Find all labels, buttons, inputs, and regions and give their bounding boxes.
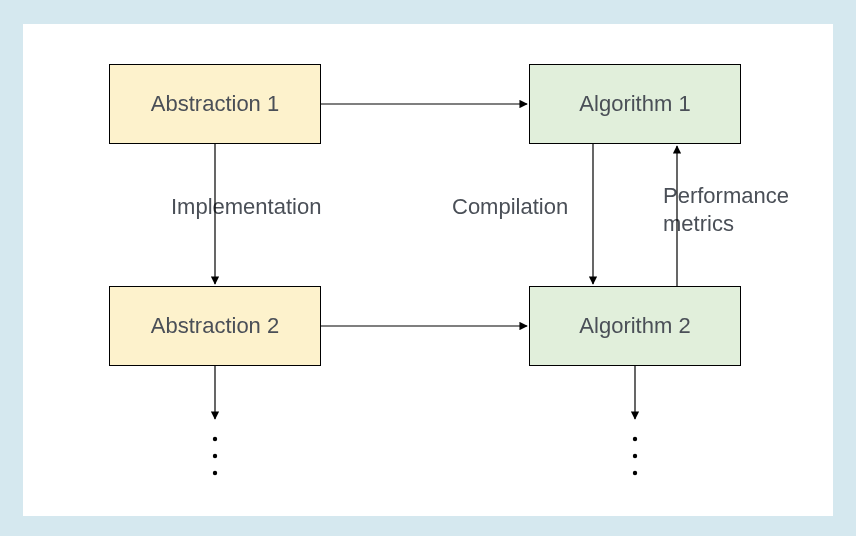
svg-point-5 — [633, 471, 637, 475]
node-algorithm-2: Algorithm 2 — [529, 286, 741, 366]
edge-label-performance: Performance metrics — [663, 182, 789, 238]
node-abstraction-2: Abstraction 2 — [109, 286, 321, 366]
node-label: Abstraction 1 — [151, 91, 279, 117]
svg-point-4 — [633, 454, 637, 458]
svg-point-2 — [213, 471, 217, 475]
svg-point-0 — [213, 437, 217, 441]
node-abstraction-1: Abstraction 1 — [109, 64, 321, 144]
edge-label-compilation: Compilation — [452, 194, 568, 220]
node-label: Algorithm 2 — [579, 313, 690, 339]
svg-point-1 — [213, 454, 217, 458]
node-algorithm-1: Algorithm 1 — [529, 64, 741, 144]
edge-label-implementation: Implementation — [171, 194, 321, 220]
node-label: Algorithm 1 — [579, 91, 690, 117]
node-label: Abstraction 2 — [151, 313, 279, 339]
svg-point-3 — [633, 437, 637, 441]
diagram-canvas: Abstraction 1 Algorithm 1 Abstraction 2 … — [23, 24, 833, 516]
